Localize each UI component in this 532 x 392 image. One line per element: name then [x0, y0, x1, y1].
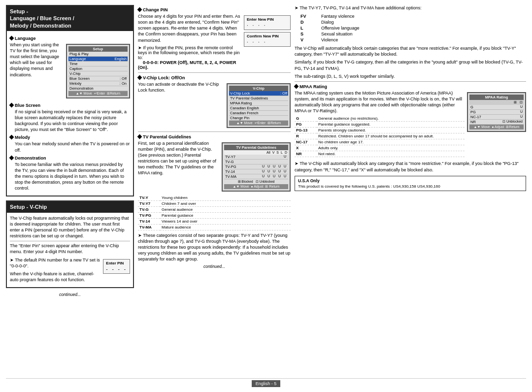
mid-continued: continued...: [138, 264, 291, 269]
parental-row-tvma: TV-MAU U U U U: [224, 174, 288, 179]
change-pin-note: ➤ If you forget the PIN, press the remot…: [138, 45, 241, 70]
tv-parental-text: First, set up a personal identification …: [138, 140, 219, 176]
rating-row-tv14: TV-14 Viewers 14 and over: [138, 218, 291, 224]
diamond-icon-6: [137, 75, 142, 80]
melody-text: You can hear melody sound when the TV is…: [10, 141, 130, 153]
vchip-lock-text: You can activate or deactivate the V-Chi…: [138, 81, 224, 93]
vchip-nav-bar: ▲▼ Move ↵Enter ⊞Return: [229, 121, 288, 126]
left-column: Setup - Language / Blue Screen / Melody …: [6, 5, 134, 376]
mpaa-code-nc17: NC-17: [295, 139, 317, 145]
mpaa-code-pg: PG: [295, 122, 317, 128]
rating-desc-tvpg: Parental guidance: [160, 212, 291, 218]
setup-tv-screen: Setup Plug & Play LanguageEnglish Time C…: [66, 44, 130, 98]
enter-pin-box: Enter PIN - - - -: [103, 259, 130, 274]
tv-row-blue-screen: Blue Screen: Off: [68, 76, 128, 81]
change-pin-note1: If you forget the PIN, press the remote …: [138, 45, 240, 60]
vchip-lock-heading: V-Chip Lock: Off/On: [138, 75, 291, 80]
ratings-table: TV-Y Young children TV-Y7 Children 7 and…: [138, 195, 291, 230]
mpaa-heading: MPAA Rating: [295, 84, 526, 89]
page: Setup - Language / Blue Screen / Melody …: [0, 0, 532, 392]
mpaa-code-g: G: [295, 116, 317, 122]
setup-language-header: Setup - Language / Blue Screen / Melody …: [7, 6, 133, 31]
vchip-row-cdn-fr: Canadian French: [229, 111, 288, 116]
s-label: S: [300, 32, 320, 36]
setup-language-content: Language When you start using the TV for…: [7, 31, 133, 196]
tv-screen-title: Setup: [68, 46, 128, 52]
vchip-header: Setup - V-Chip: [7, 201, 133, 212]
vchip-row-mpaa: MPAA Rating: [229, 101, 288, 106]
mpaa-desc-g: General audience (no restrictions).: [317, 116, 465, 122]
rating-code-tvy: TV-Y: [138, 195, 160, 201]
page-label: English - 5: [252, 380, 281, 387]
vchip-auto-block2: ➤ The V-Chip will automatically block an…: [295, 161, 526, 172]
tv-row-plug-play: Plug & Play: [68, 52, 128, 57]
mpaa-row-g: G General audience (no restrictions).: [295, 116, 465, 122]
diamond-icon-5: [137, 7, 142, 12]
diamond-icon-2: [9, 102, 14, 107]
left-continued: continued...: [6, 292, 134, 297]
mpaa-screen-title: MPAA Rating: [469, 95, 524, 100]
sub-ratings-text: The sub-ratings (D, L, S, V) work togeth…: [295, 73, 526, 79]
setup-language-section: Setup - Language / Blue Screen / Melody …: [6, 5, 134, 196]
enter-new-pin-dots: · · · ·: [247, 23, 288, 28]
usa-box-text: This product is covered by the following…: [298, 184, 523, 189]
v-desc: Violence: [321, 37, 359, 42]
tv-row-demonstration: Demonstration: [68, 86, 128, 91]
fv-label: FV: [300, 14, 320, 19]
v-label: V: [300, 37, 320, 42]
mpaa-code-x: X: [295, 145, 317, 151]
vchip-screen-title: V-Chip: [229, 86, 288, 91]
mpaa-screen-g: GU: [469, 105, 524, 110]
rating-row-tvy7: TV-Y7 Children 7 and over: [138, 200, 291, 206]
rating-code-tv14: TV-14: [138, 218, 160, 224]
vchip-screen: V-Chip V-Chip Lock: Off TV Parental Guid…: [227, 83, 291, 128]
tv-row-time: Time: [68, 62, 128, 66]
sub-rating-d: D Dialog: [300, 20, 359, 25]
rating-desc-tvy: Young children: [160, 195, 291, 201]
rating-desc-tvy7: Children 7 and over: [160, 200, 291, 206]
usa-box: U.S.A Only This product is covered by th…: [295, 176, 526, 191]
mpaa-row-nr: NR Not rated.: [295, 151, 465, 157]
header-line1: Setup -: [10, 8, 28, 14]
vchip-young-adult-text: Similarly, if you block the TV-G categor…: [295, 59, 526, 71]
vchip-enter-pin-text: The "Enter Pin" screen appear after ente…: [10, 243, 130, 255]
confirm-new-pin-dots: · · · ·: [247, 39, 288, 45]
pin-dots: - - - -: [106, 266, 127, 272]
diamond-icon-4: [9, 155, 14, 160]
diamond-icon-7: [137, 134, 142, 139]
mpaa-screen-pg: PGU: [469, 110, 524, 115]
vchip-default-pin: ➤ The default PIN number for a new TV se…: [10, 257, 100, 269]
sub-rating-l: L Offensive language: [300, 26, 359, 31]
mpaa-tv-screen: MPAA Rating ⊞⊡ GU PGU NC-17U NR⊡ Unblock…: [467, 92, 526, 132]
mpaa-code-r: R: [295, 133, 317, 139]
language-heading: Language: [10, 36, 130, 41]
mpaa-desc-r: Restricted. Children under 17 should be …: [317, 133, 465, 139]
blue-screen-text: If no signal is being received or the si…: [10, 109, 130, 133]
change-pin-heading: Change PIN: [138, 7, 291, 12]
usa-box-title: U.S.A Only: [298, 178, 523, 183]
rating-code-tvpg: TV-PG: [138, 212, 160, 218]
vchip-note: When the V-chip feature is active, chann…: [10, 271, 100, 283]
mpaa-row-pg13: PG-13 Parents strongly cautioned.: [295, 128, 465, 133]
footer-bar: English - 5: [6, 378, 526, 387]
sub-rating-fv: FV Fantasy violence: [300, 14, 359, 19]
tv-nav-bar: ▲▼ Move ↵Enter ⊞Return: [68, 91, 128, 96]
mpaa-screen-nc17: NC-17U: [469, 115, 524, 120]
tv-parental-screen: TV Parental Guidelines AllVSLD TV-Y7U TV…: [222, 142, 291, 192]
mpaa-code-nr: NR: [295, 151, 317, 157]
parental-row-tvy7: TV-Y7U: [224, 155, 288, 160]
melody-heading: Melody: [10, 135, 130, 140]
mpaa-intro: The MPAA rating system uses the Motion P…: [295, 90, 465, 114]
mpaa-desc-pg: Parental guidance suggested.: [317, 122, 465, 128]
mpaa-desc-nc17: No children under age 17.: [317, 139, 465, 145]
mpaa-ratings-table: G General audience (no restrictions). PG…: [295, 116, 465, 157]
diamond-icon: [9, 35, 14, 40]
categories-note: ➤ These categories consist of two separa…: [138, 232, 291, 262]
vchip-row-lock: V-Chip Lock: Off: [229, 91, 288, 96]
tv-parental-heading: TV Parental Guidelines: [138, 134, 291, 139]
header-line3: Melody / Demonstration: [10, 23, 71, 29]
arrow-symbol: ➤: [138, 45, 143, 50]
vchip-section: Setup - V-Chip The V-Chip feature automa…: [6, 200, 134, 288]
tv-row-language: LanguageEnglish: [68, 57, 128, 62]
enter-new-pin-box: Enter New PIN · · · ·: [244, 15, 291, 30]
